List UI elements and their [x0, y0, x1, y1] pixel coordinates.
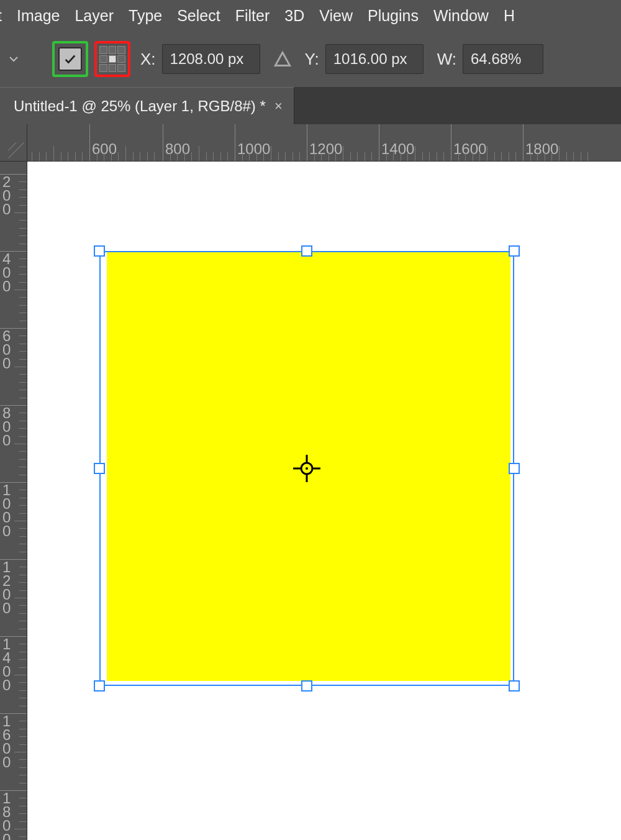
menu-bar: t Image Layer Type Select Filter 3D View… [0, 0, 621, 31]
x-label: X: [140, 50, 156, 69]
close-tab-icon[interactable]: × [274, 98, 283, 114]
horizontal-ruler[interactable]: 60080010001200140016001800 [27, 124, 621, 162]
document-tab[interactable]: Untitled-1 @ 25% (Layer 1, RGB/8#) * × [0, 87, 294, 124]
svg-line-1 [9, 143, 17, 151]
canvas[interactable] [27, 162, 621, 840]
width-scale-field[interactable]: 64.68% [463, 44, 543, 74]
transform-handle-mid-right[interactable] [509, 463, 520, 474]
reference-point-icon[interactable] [292, 454, 322, 483]
toggle-bounding-box[interactable] [52, 41, 88, 77]
menu-item-filter[interactable]: Filter [235, 7, 270, 25]
workspace: 60080010001200140016001800 2004006008001… [0, 124, 621, 840]
document-tab-title: Untitled-1 @ 25% (Layer 1, RGB/8#) * [14, 98, 266, 115]
menu-item-3d[interactable]: 3D [284, 7, 304, 25]
menu-item-window[interactable]: Window [433, 7, 489, 25]
w-label: W: [437, 50, 456, 69]
y-label: Y: [305, 50, 319, 69]
svg-line-0 [9, 143, 24, 158]
menu-item-plugins[interactable]: Plugins [368, 7, 419, 25]
document-tab-bar: Untitled-1 @ 25% (Layer 1, RGB/8#) * × [0, 87, 621, 124]
x-position-field[interactable]: 1208.00 px [162, 44, 260, 74]
transform-handle-bottom-right[interactable] [509, 680, 520, 692]
menu-item-select[interactable]: Select [177, 7, 220, 25]
reference-point-selector[interactable] [94, 41, 130, 77]
relative-positioning-toggle[interactable] [273, 49, 292, 69]
transform-handle-bottom-center[interactable] [301, 680, 312, 692]
transform-handle-top-center[interactable] [301, 245, 312, 257]
transform-handle-mid-left[interactable] [94, 463, 105, 474]
checkmark-icon [58, 47, 82, 71]
ruler-corner[interactable] [0, 124, 27, 162]
menu-item-view[interactable]: View [319, 7, 353, 25]
transform-handle-bottom-left[interactable] [94, 680, 105, 692]
menu-item-help-cut[interactable]: H [504, 7, 515, 25]
transform-handle-top-right[interactable] [509, 245, 520, 257]
tool-preset-dropdown[interactable] [6, 52, 21, 66]
y-position-field[interactable]: 1016.00 px [325, 44, 424, 74]
vertical-ruler[interactable]: 20040060080010001200140016001800 [0, 162, 27, 840]
menu-item-edit-cut[interactable]: t [0, 7, 2, 25]
menu-item-image[interactable]: Image [17, 7, 60, 25]
transform-handle-top-left[interactable] [94, 245, 105, 257]
options-bar: X: 1208.00 px Y: 1016.00 px W: 64.68% [0, 31, 621, 87]
svg-point-3 [306, 467, 308, 470]
menu-item-layer[interactable]: Layer [75, 7, 114, 25]
reference-grid-icon [99, 46, 125, 72]
menu-item-type[interactable]: Type [129, 7, 162, 25]
